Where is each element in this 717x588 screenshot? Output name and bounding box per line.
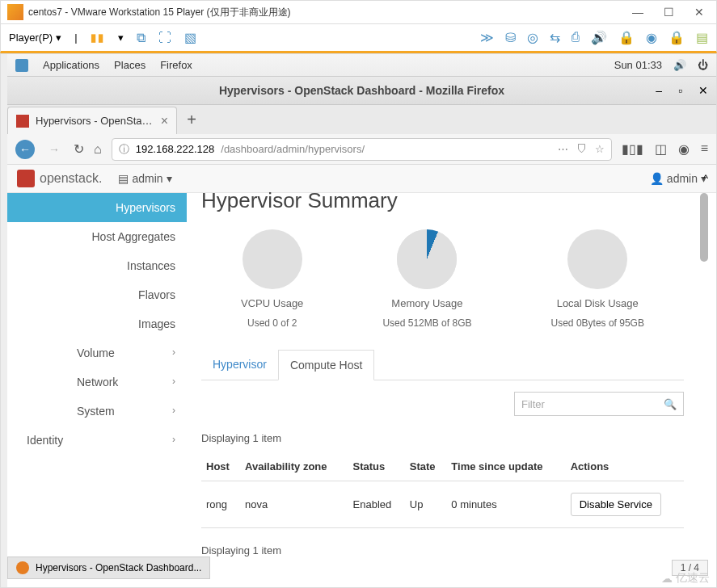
col-actions: Actions [566, 452, 684, 481]
fullscreen-icon[interactable]: ⛶ [158, 31, 171, 45]
reload-button[interactable]: ↻ [74, 141, 84, 157]
sidebar-section-system[interactable]: System› [7, 397, 187, 426]
disable-service-button[interactable]: Disable Service [571, 493, 661, 516]
shield-icon[interactable]: ⛉ [576, 143, 587, 155]
tab-compute-host[interactable]: Compute Host [278, 350, 374, 380]
player-menu[interactable]: Player(P) ▾ [9, 32, 61, 44]
send-ctrl-alt-del-icon[interactable]: ⧉ [137, 31, 146, 45]
cloud-icon: ☁ [661, 572, 673, 585]
back-button[interactable]: ← [15, 140, 35, 159]
library-icon[interactable]: ▮▯▮ [622, 141, 643, 157]
vmware-titlebar: centos7 - VMware Workstation 15 Player (… [0, 0, 717, 24]
taskbar-item[interactable]: Hypervisors - OpenStack Dashboard... [7, 556, 210, 579]
tab-hypervisor[interactable]: Hypervisor [201, 350, 278, 380]
sidebar-item-hypervisors[interactable]: Hypervisors [7, 193, 187, 222]
new-tab-button[interactable]: + [177, 105, 206, 134]
chart-sub: Used 0Bytes of 95GB [551, 317, 644, 329]
col-az[interactable]: Availability zone [240, 452, 348, 481]
col-since[interactable]: Time since update [446, 452, 565, 481]
pause-icon[interactable]: ▮▮ [91, 32, 105, 44]
unity-icon[interactable]: ▧ [184, 30, 196, 45]
chevron-right-icon: › [172, 405, 175, 416]
tool-icon[interactable]: ≫ [480, 30, 494, 45]
chart-sub: Used 0 of 2 [247, 317, 297, 329]
sidebar-item-flavors[interactable]: Flavors [7, 280, 187, 309]
notes-icon[interactable]: ▤ [696, 30, 708, 45]
user-icon: 👤 [650, 172, 664, 185]
user-name: admin [667, 172, 698, 185]
applications-menu[interactable]: Applications [43, 59, 99, 71]
project-name: admin [132, 172, 162, 185]
clock[interactable]: Sun 01:33 [614, 59, 662, 71]
browser-tab[interactable]: Hypervisors - OpenStack… × [7, 107, 177, 134]
firefox-window-title: Hypervisors - OpenStack Dashboard - Mozi… [219, 84, 504, 97]
openstack-body: Hypervisors Host Aggregates Instances Fl… [7, 193, 698, 559]
filter-placeholder: Filter [521, 398, 657, 410]
openstack-logo[interactable]: openstack. [17, 170, 102, 187]
sound-icon[interactable]: 🔊 [591, 30, 607, 45]
lock-icon[interactable]: 🔒 [618, 30, 635, 45]
home-button[interactable]: ⌂ [94, 142, 102, 157]
page-title: Hypervisor Summary [201, 188, 684, 213]
sidebar-section-identity[interactable]: Identity› [7, 426, 187, 455]
col-host[interactable]: Host [201, 452, 240, 481]
ff-maximize-button[interactable]: ▫ [678, 84, 682, 97]
sidebar: Hypervisors Host Aggregates Instances Fl… [7, 193, 187, 559]
minimize-button[interactable]: — [632, 6, 643, 18]
search-icon[interactable]: 🔍 [664, 398, 677, 410]
watermark: ☁ 亿速云 [661, 571, 710, 586]
sidebar-item-host-aggregates[interactable]: Host Aggregates [7, 222, 187, 251]
maximize-button[interactable]: ☐ [663, 6, 674, 18]
sidebar-item-images[interactable]: Images [7, 309, 187, 338]
sidebar-section-volume[interactable]: Volume› [7, 338, 187, 368]
filter-input[interactable]: Filter 🔍 [514, 392, 684, 416]
network-icon[interactable]: ⇆ [550, 30, 560, 45]
col-status[interactable]: Status [348, 452, 405, 481]
url-path: /dashboard/admin/hypervisors/ [221, 143, 365, 155]
scroll-up-button[interactable]: ^ [703, 172, 708, 184]
chevron-down-icon: ▾ [167, 172, 172, 185]
cd-icon[interactable]: ◎ [527, 30, 538, 45]
volume-icon[interactable]: 🔊 [673, 59, 686, 71]
url-bar[interactable]: ⓘ 192.168.222.128/dashboard/admin/hyperv… [112, 138, 612, 161]
firefox-menu[interactable]: Firefox [160, 59, 192, 71]
scrollbar-thumb[interactable] [700, 193, 708, 262]
menu-icon[interactable]: ≡ [701, 141, 708, 157]
compute-host-table: Host Availability zone Status State Time… [201, 452, 684, 528]
cell-state: Up [405, 481, 447, 528]
sidebar-section-network[interactable]: Network› [7, 368, 187, 397]
close-button[interactable]: ✕ [694, 6, 705, 18]
user-dropdown[interactable]: 👤 admin ▾ [650, 172, 706, 185]
table-row[interactable]: rong nova Enabled Up 0 minutes Disable S… [201, 481, 684, 528]
cell-status: Enabled [348, 481, 405, 528]
chart-sub: Used 512MB of 8GB [382, 317, 471, 329]
chart-label: Local Disk Usage [557, 297, 639, 309]
item-count-bottom: Displaying 1 item [201, 544, 684, 556]
ff-minimize-button[interactable]: – [656, 84, 662, 97]
ff-close-button[interactable]: ✕ [698, 84, 708, 97]
info-icon[interactable]: ⓘ [119, 142, 129, 157]
project-icon: ▤ [118, 172, 129, 185]
forward-button[interactable]: → [44, 140, 64, 159]
sidebar-item-instances[interactable]: Instances [7, 251, 187, 280]
account-icon[interactable]: ◉ [678, 141, 690, 157]
project-dropdown[interactable]: ▤ admin ▾ [118, 172, 171, 185]
tab-close-icon[interactable]: × [161, 114, 168, 128]
grid-icon[interactable] [15, 59, 28, 72]
chart-label: VCPU Usage [241, 297, 303, 309]
star-icon[interactable]: ☆ [595, 143, 605, 155]
gnome-taskbar: Hypervisors - OpenStack Dashboard... 1 /… [7, 556, 708, 579]
record-icon[interactable]: ◉ [646, 30, 657, 45]
favicon-icon [16, 115, 29, 128]
sidebar-icon[interactable]: ◫ [655, 141, 667, 157]
page-actions-icon[interactable]: ⋯ [558, 143, 568, 155]
disk-icon[interactable]: ⛁ [505, 30, 516, 45]
lock2-icon[interactable]: 🔒 [668, 30, 685, 45]
power-icon[interactable]: ⏻ [698, 59, 708, 71]
printer-icon[interactable]: ⎙ [571, 30, 580, 45]
gnome-top-bar: Applications Places Firefox Sun 01:33 🔊 … [7, 54, 716, 77]
item-count-top: Displaying 1 item [201, 432, 684, 444]
cell-since: 0 minutes [446, 481, 565, 528]
places-menu[interactable]: Places [114, 59, 146, 71]
col-state[interactable]: State [405, 452, 447, 481]
